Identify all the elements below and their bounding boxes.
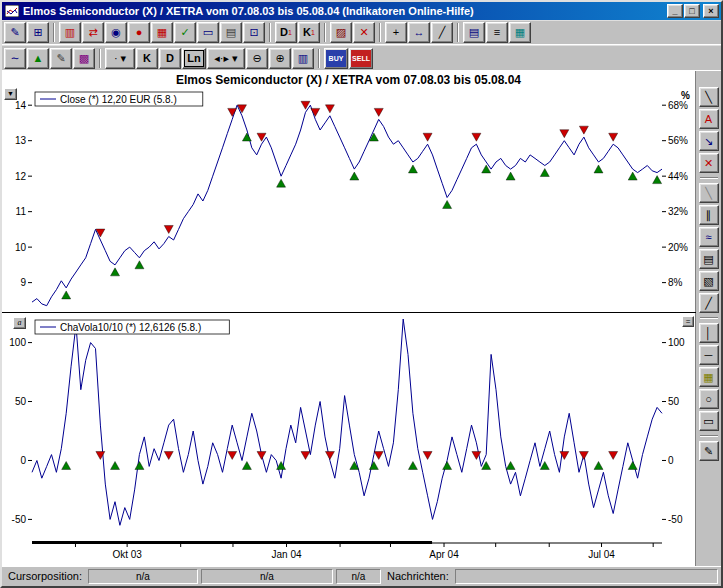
scale-menu-button[interactable]: ▼ bbox=[4, 88, 17, 100]
sell-signal-marker bbox=[423, 451, 432, 459]
gann-tool[interactable]: ▧ bbox=[699, 271, 719, 291]
chart-frame-button[interactable]: ▭ bbox=[197, 22, 219, 43]
signal-button-icon: ● bbox=[136, 27, 143, 38]
line-style-dropdown[interactable]: · ▾ bbox=[105, 48, 135, 69]
delete-object-button[interactable]: ✕ bbox=[353, 22, 375, 43]
table-layout-button[interactable]: ▦ bbox=[509, 22, 531, 43]
sell-signal-marker bbox=[311, 108, 320, 116]
text-tool[interactable]: A bbox=[699, 109, 719, 129]
buy-signal-marker bbox=[540, 461, 549, 469]
speed-line-tool-icon: ╱ bbox=[705, 298, 712, 309]
news-button[interactable]: ≡ bbox=[486, 22, 508, 43]
sell-signal-marker bbox=[325, 105, 334, 113]
legend-label: Close (*) 12,20 EUR (5.8.) bbox=[60, 94, 177, 105]
y-axis-label: 12 bbox=[15, 171, 27, 182]
buy-signal-marker bbox=[628, 172, 637, 180]
move-chart-button[interactable]: ↔ bbox=[408, 22, 430, 43]
horizontal-line-tool[interactable]: ─ bbox=[699, 345, 719, 365]
daily-scale-button-icon: D bbox=[280, 27, 288, 38]
save-chart-button-icon: ▤ bbox=[226, 27, 236, 38]
ellipse-tool-icon: ○ bbox=[705, 394, 712, 405]
sell-signal-marker bbox=[164, 225, 173, 233]
chart-title: Elmos Semiconductor (X) / XETRA vom 07.0… bbox=[2, 71, 695, 87]
crosshair-button[interactable]: + bbox=[385, 22, 407, 43]
daily-scale-button[interactable]: D1 bbox=[275, 22, 297, 43]
fibonacci-tool[interactable]: ▤ bbox=[699, 249, 719, 269]
cursor-position-label: Cursorposition: bbox=[5, 570, 85, 582]
palette-button[interactable]: ▩ bbox=[73, 48, 95, 69]
buy-signal-marker bbox=[350, 172, 359, 180]
maximize-button[interactable]: □ bbox=[684, 4, 700, 18]
zoom-in-button[interactable]: ⊕ bbox=[269, 48, 291, 69]
draw-pen-button[interactable]: ✎ bbox=[50, 48, 72, 69]
buy-signal-marker bbox=[242, 461, 251, 469]
y-axis-right-label: 44% bbox=[668, 171, 688, 182]
y-axis-label: 10 bbox=[15, 242, 27, 253]
x-axis-label: Okt 03 bbox=[112, 549, 142, 560]
ellipse-tool[interactable]: ○ bbox=[699, 389, 719, 409]
chart-wizard-button[interactable]: ✎ bbox=[4, 22, 26, 43]
signal-button[interactable]: ● bbox=[128, 22, 150, 43]
histogram-button[interactable]: ▦ bbox=[151, 22, 173, 43]
window-controls: _ □ × bbox=[667, 4, 719, 18]
y-axis-right-label: 0 bbox=[668, 455, 674, 466]
toolbar-separator bbox=[700, 317, 718, 319]
buy-signal-marker bbox=[594, 165, 603, 173]
strategy-button[interactable]: ◉ bbox=[105, 22, 127, 43]
channel-tool[interactable]: ∥ bbox=[699, 205, 719, 225]
log-scale-button[interactable]: Ln bbox=[182, 48, 206, 69]
color-scheme-button[interactable]: ▨ bbox=[330, 22, 352, 43]
mini-chart-button[interactable]: ∼ bbox=[4, 48, 26, 69]
y-axis-right-label: 68% bbox=[668, 100, 688, 111]
wave-tool[interactable]: ≈ bbox=[699, 227, 719, 247]
buy-signal-marker bbox=[408, 461, 417, 469]
buy-signal-marker bbox=[443, 461, 452, 469]
print-chart-button[interactable]: ⊡ bbox=[243, 22, 265, 43]
scroll-arrows-dropdown[interactable]: ◂·▸ ▾ bbox=[207, 48, 245, 69]
sell-signal-marker bbox=[609, 451, 618, 459]
vertical-line-tool[interactable]: │ bbox=[699, 323, 719, 343]
ray-tool[interactable]: ╲ bbox=[699, 183, 719, 203]
signals-toggle-button[interactable]: ▲ bbox=[27, 48, 49, 69]
toolbar-separator bbox=[379, 23, 381, 42]
chart-check-button[interactable]: ✓ bbox=[174, 22, 196, 43]
kurs-scale-button[interactable]: K1 bbox=[298, 22, 320, 43]
wave-tool-icon: ≈ bbox=[705, 232, 711, 243]
zigzag-tool[interactable]: ↘ bbox=[699, 131, 719, 151]
zoom-range-button[interactable]: ▥ bbox=[292, 48, 314, 69]
buy-signal-marker bbox=[540, 169, 549, 177]
toolbar-separator bbox=[99, 49, 101, 68]
indicator-chart-canvas[interactable]: 100500-50100500-50ChaVola10/10 (*) 12,61… bbox=[2, 313, 696, 566]
sell-marker-button[interactable]: SELL bbox=[349, 48, 373, 69]
trend-pen-button[interactable]: ╱ bbox=[431, 22, 453, 43]
zoom-out-button[interactable]: ⊖ bbox=[246, 48, 268, 69]
close-button[interactable]: × bbox=[703, 4, 719, 18]
drawing-toolbar: ╲A↘✕╲∥≈▤▧╱│─▦○▭✎ bbox=[696, 71, 721, 566]
rectangle-tool[interactable]: ▭ bbox=[699, 411, 719, 431]
report-button[interactable]: ▤ bbox=[463, 22, 485, 43]
copy-chart-button[interactable]: ⊞ bbox=[27, 22, 49, 43]
delete-drawing-tool[interactable]: ✕ bbox=[699, 153, 719, 173]
kurs-button-icon: K bbox=[143, 53, 151, 64]
kurs-scale-button-icon: K bbox=[303, 27, 311, 38]
x-axis-label: Jan 04 bbox=[272, 549, 302, 560]
indicator-list-button[interactable]: ▥ bbox=[59, 22, 81, 43]
y-axis-right-label: 20% bbox=[668, 242, 688, 253]
minimize-button[interactable]: _ bbox=[667, 4, 683, 18]
buy-marker-button[interactable]: BUY bbox=[324, 48, 348, 69]
title-bar[interactable]: Elmos Semiconductor (X) / XETRA vom 07.0… bbox=[2, 2, 721, 20]
sell-marker-button-icon: SELL bbox=[352, 55, 370, 62]
compare-button[interactable]: ⇄ bbox=[82, 22, 104, 43]
grid-tool[interactable]: ▦ bbox=[699, 367, 719, 387]
trendline-tool[interactable]: ╲ bbox=[699, 87, 719, 107]
speed-line-tool[interactable]: ╱ bbox=[699, 293, 719, 313]
buy-signal-marker bbox=[506, 461, 515, 469]
freehand-tool[interactable]: ✎ bbox=[699, 441, 719, 461]
save-chart-button[interactable]: ▤ bbox=[220, 22, 242, 43]
subchart-menu-button[interactable]: = bbox=[682, 316, 694, 327]
price-chart-canvas[interactable]: 9101112131468%56%44%32%20%8%%Close (*) 1… bbox=[2, 87, 696, 313]
depot-button[interactable]: D bbox=[159, 48, 181, 69]
palette-button-icon: ▩ bbox=[79, 53, 89, 64]
kurs-button[interactable]: K bbox=[136, 48, 158, 69]
subchart-scale-badge[interactable]: a bbox=[13, 317, 26, 329]
